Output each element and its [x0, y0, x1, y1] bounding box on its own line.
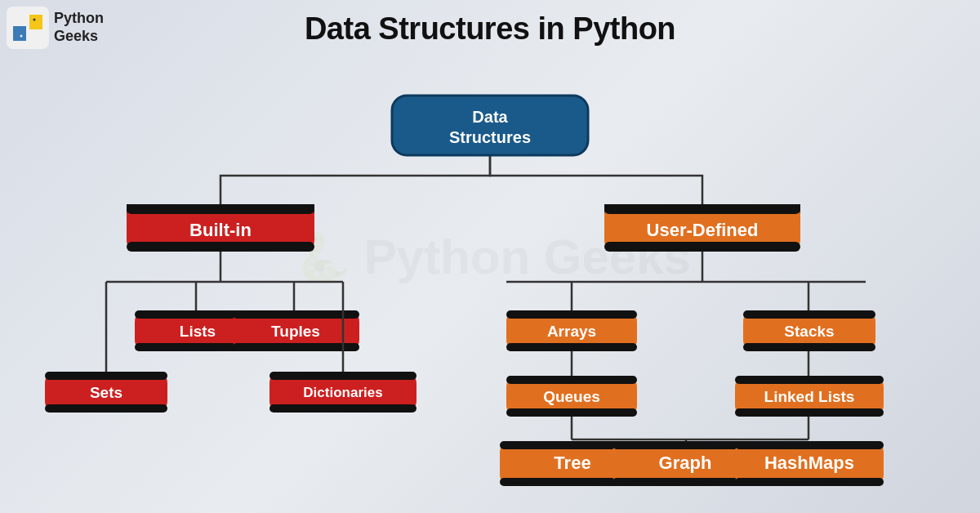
tuples-label: Tuples [271, 323, 320, 340]
linked-lists-label: Linked Lists [764, 388, 855, 405]
svg-rect-25 [127, 242, 314, 252]
user-defined-label: User-Defined [647, 220, 759, 240]
svg-rect-28 [604, 204, 800, 214]
queues-label: Queues [543, 388, 600, 405]
svg-rect-48 [506, 376, 637, 384]
lists-label: Lists [180, 323, 216, 340]
page-title: Data Structures in Python [0, 11, 980, 47]
stacks-label: Stacks [784, 323, 834, 340]
svg-rect-38 [45, 404, 167, 413]
svg-rect-24 [127, 204, 314, 214]
svg-rect-46 [506, 343, 637, 351]
svg-rect-29 [604, 242, 800, 252]
svg-rect-41 [270, 372, 416, 380]
sets-label: Sets [90, 384, 122, 401]
svg-rect-34 [233, 310, 359, 319]
svg-rect-64 [735, 478, 884, 486]
svg-rect-57 [743, 310, 875, 319]
hashmaps-label: HashMaps [764, 453, 854, 473]
svg-rect-42 [270, 404, 416, 413]
svg-rect-45 [506, 310, 637, 319]
graph-label: Graph [659, 453, 712, 473]
tree-label: Tree [554, 453, 590, 473]
svg-rect-58 [743, 343, 875, 351]
root-label2: Structures [449, 128, 531, 146]
svg-rect-49 [506, 408, 637, 417]
svg-rect-63 [735, 441, 884, 449]
svg-rect-61 [735, 408, 884, 417]
arrays-label: Arrays [547, 323, 596, 340]
diagram: Data Structures Built-in User-Defined Li… [0, 69, 980, 513]
builtin-label: Built-in [189, 220, 252, 240]
svg-rect-37 [45, 372, 167, 380]
dictionaries-label: Dictionaries [303, 385, 382, 400]
root-label: Data [472, 108, 508, 126]
svg-rect-60 [735, 376, 884, 384]
svg-rect-35 [233, 343, 359, 351]
